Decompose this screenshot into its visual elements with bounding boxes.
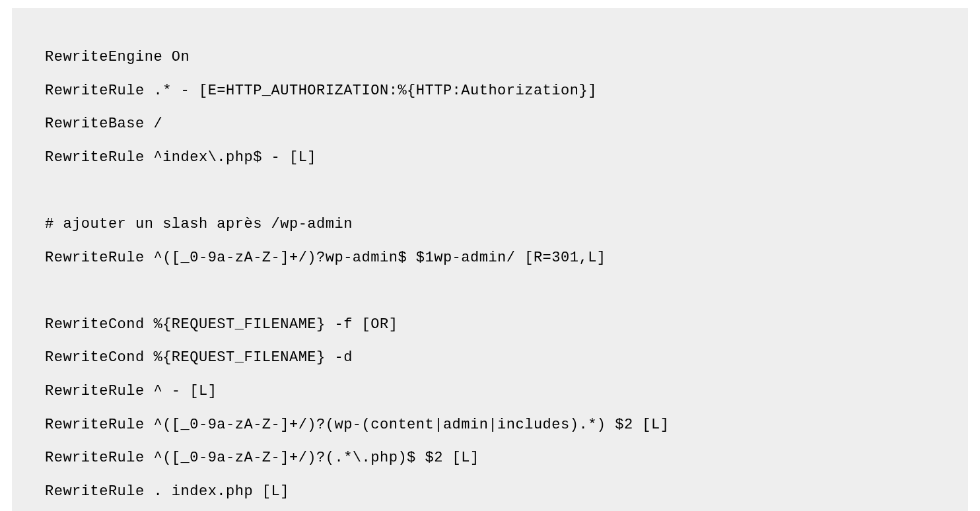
code-line: RewriteRule . index.php [L] bbox=[45, 475, 935, 509]
code-line: RewriteRule ^([_0-9a-zA-Z-]+/)?wp-admin$… bbox=[45, 242, 935, 275]
code-line: RewriteRule .* - [E=HTTP_AUTHORIZATION:%… bbox=[45, 75, 935, 108]
code-line: RewriteCond %{REQUEST_FILENAME} -d bbox=[45, 341, 935, 375]
code-line: RewriteRule ^([_0-9a-zA-Z-]+/)?(wp-(cont… bbox=[45, 409, 935, 442]
code-line: RewriteCond %{REQUEST_FILENAME} -f [OR] bbox=[45, 308, 935, 342]
code-line: RewriteRule ^index\.php$ - [L] bbox=[45, 141, 935, 175]
code-line-empty bbox=[45, 174, 935, 208]
code-line-comment: # ajouter un slash après /wp-admin bbox=[45, 208, 935, 242]
code-line-empty bbox=[45, 275, 935, 308]
code-line: RewriteBase / bbox=[45, 108, 935, 141]
code-line: RewriteRule ^ - [L] bbox=[45, 375, 935, 409]
code-line: RewriteEngine On bbox=[45, 41, 935, 75]
code-line: RewriteRule ^([_0-9a-zA-Z-]+/)?(.*\.php)… bbox=[45, 442, 935, 475]
code-block: RewriteEngine OnRewriteRule .* - [E=HTTP… bbox=[12, 8, 968, 511]
